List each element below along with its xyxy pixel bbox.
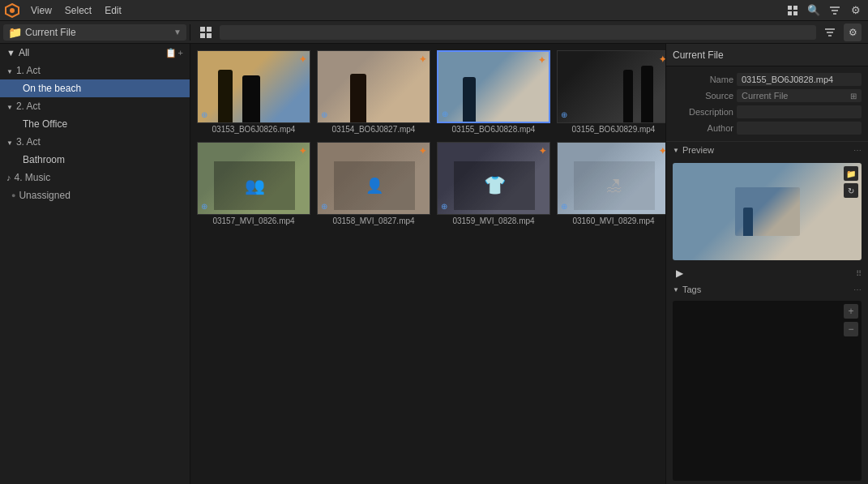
media-item-3[interactable]: ✦ ⊕ 03156_BO6J0829.mp4	[557, 50, 665, 135]
preview-grid-dots-icon: ⠿	[856, 269, 862, 278]
preview-section-header[interactable]: Preview ⋯	[666, 142, 868, 158]
blender-icon-7: ✦	[659, 146, 665, 156]
layout-grid-icon[interactable]	[197, 24, 215, 41]
blender-icon-1: ✦	[419, 54, 426, 65]
tags-add-button[interactable]: +	[844, 304, 858, 319]
media-label-2: 03155_BO6J0828.mp4	[437, 123, 550, 135]
grid-view-icon[interactable]	[784, 2, 802, 19]
prop-description-label: Description	[673, 107, 733, 117]
main-content: ▼ All 📋 + 1. Act On the beach 2. Act	[0, 44, 868, 484]
sidebar-group-1act-header[interactable]: 1. Act	[0, 62, 190, 79]
media-label-7: 03160_MVI_0829.mp4	[557, 215, 665, 227]
preview-inner-img	[735, 187, 800, 236]
settings-top-icon[interactable]: ⚙	[847, 2, 865, 19]
preview-folder-icon[interactable]: 📁	[844, 166, 858, 181]
svg-point-1	[10, 8, 15, 13]
media-item-4[interactable]: 👥 ✦ ⊕ 03157_MVI_0826.mp4	[197, 142, 310, 227]
sidebar-item-music[interactable]: ♪ 4. Music	[0, 169, 190, 186]
blender-icon-5: ✦	[419, 146, 426, 156]
media-item-2[interactable]: ✦ ⊕ 03155_BO6J0828.mp4	[437, 50, 550, 135]
tags-area: + −	[673, 301, 862, 481]
sync-icon-4: ⊕	[201, 202, 207, 211]
unassigned-label: Unassigned	[19, 190, 70, 201]
current-file-dropdown[interactable]: 📁 Current File ▼	[3, 24, 186, 41]
preview-refresh-icon[interactable]: ↻	[844, 183, 858, 198]
main-toolbar: ⚙	[190, 24, 868, 41]
preview-menu-icon[interactable]: ⋯	[853, 146, 862, 155]
media-thumb-0: ✦ ⊕	[197, 50, 310, 123]
blender-icon-6: ✦	[539, 146, 546, 156]
preview-arrow-icon	[673, 146, 679, 154]
prop-name-label: Name	[673, 75, 733, 84]
prop-source-value[interactable]: Current File ⊞	[737, 89, 862, 102]
prop-source-row: Source Current File ⊞	[666, 88, 868, 104]
sidebar-icon1: 📋	[165, 48, 177, 58]
right-panel-header-label: Current File	[673, 49, 724, 61]
media-item-5[interactable]: 👤 ✦ ⊕ 03158_MVI_0827.mp4	[317, 142, 430, 227]
prop-author-input[interactable]	[737, 122, 862, 135]
media-grid-area: ✦ ⊕ 03153_BO6J0826.mp4 ✦ ⊕ 03154_BO6J082…	[190, 44, 665, 484]
top-menubar: View Select Edit 🔍 ⚙	[0, 0, 868, 21]
sync-icon-5: ⊕	[321, 202, 327, 211]
media-label-6: 03159_MVI_0828.mp4	[437, 215, 550, 227]
settings-icon[interactable]: ⚙	[844, 24, 862, 41]
sync-icon-7: ⊕	[561, 202, 567, 211]
filter-icon[interactable]	[821, 24, 839, 41]
media-label-1: 03154_BO6J0827.mp4	[317, 123, 430, 135]
sidebar: ▼ All 📋 + 1. Act On the beach 2. Act	[0, 44, 190, 484]
sidebar-group-3act-header[interactable]: 3. Act	[0, 133, 190, 151]
media-thumb-4: 👥 ✦ ⊕	[197, 142, 310, 215]
svg-rect-4	[788, 11, 792, 15]
group2-arrow-icon	[6, 101, 13, 112]
group1-label: 1. Act	[16, 65, 41, 76]
menu-edit[interactable]: Edit	[98, 3, 128, 18]
current-file-label: Current File	[25, 27, 170, 38]
sidebar-all-label: All	[19, 47, 162, 58]
media-thumb-1: ✦ ⊕	[317, 50, 430, 123]
media-item-0[interactable]: ✦ ⊕ 03153_BO6J0826.mp4	[197, 50, 310, 135]
prop-source-text: Current File	[742, 91, 847, 101]
sidebar-item-all[interactable]: ▼ All 📋 +	[0, 44, 190, 62]
tags-menu-icon[interactable]: ⋯	[853, 285, 862, 294]
preview-play-button[interactable]: ▶	[673, 267, 686, 280]
tags-section-header[interactable]: Tags ⋯	[666, 281, 868, 298]
sidebar-item-the-office[interactable]: The Office	[0, 115, 190, 133]
search-top-icon[interactable]: 🔍	[805, 2, 823, 19]
filter-top-icon[interactable]	[826, 2, 844, 19]
app-logo	[3, 2, 21, 19]
sidebar-group-2act: 2. Act The Office	[0, 97, 190, 133]
group3-arrow-icon	[6, 136, 13, 148]
tags-minus-button[interactable]: −	[844, 322, 858, 336]
group2-label: 2. Act	[16, 101, 41, 112]
prop-source-label: Source	[673, 91, 733, 101]
search-input[interactable]	[220, 25, 816, 40]
media-item-7[interactable]: 🏖 ✦ ⊕ 03160_MVI_0829.mp4	[557, 142, 665, 227]
media-thumb-6: 👕 ✦ ⊕	[437, 142, 550, 215]
media-thumb-2: ✦ ⊕	[437, 50, 550, 123]
media-item-1[interactable]: ✦ ⊕ 03154_BO6J0827.mp4	[317, 50, 430, 135]
svg-rect-9	[200, 27, 205, 32]
preview-thumbnail	[673, 163, 862, 260]
sidebar-add-icon[interactable]: +	[178, 48, 183, 58]
sync-icon-1: ⊕	[321, 110, 327, 119]
current-file-folder-icon: 📁	[8, 26, 22, 39]
media-label-3: 03156_BO6J0829.mp4	[557, 123, 665, 135]
sidebar-item-on-the-beach[interactable]: On the beach	[0, 79, 190, 97]
menu-view[interactable]: View	[24, 3, 58, 18]
media-label-4: 03157_MVI_0826.mp4	[197, 215, 310, 227]
media-item-6[interactable]: 👕 ✦ ⊕ 03159_MVI_0828.mp4	[437, 142, 550, 227]
right-panel: Current File Name Source Current File ⊞ …	[665, 44, 868, 484]
sync-icon-3: ⊕	[561, 110, 567, 119]
media-thumb-5: 👤 ✦ ⊕	[317, 142, 430, 215]
sidebar-group-2act-header[interactable]: 2. Act	[0, 97, 190, 115]
tags-label: Tags	[682, 285, 850, 294]
prop-name-input[interactable]	[737, 73, 862, 86]
svg-rect-11	[200, 33, 205, 38]
sync-icon-0: ⊕	[201, 110, 207, 119]
sidebar-item-bathroom[interactable]: Bathroom	[0, 151, 190, 169]
prop-description-input[interactable]	[737, 105, 862, 118]
sidebar-item-unassigned[interactable]: ● Unassigned	[0, 186, 190, 204]
current-file-arrow-icon: ▼	[173, 28, 182, 36]
topbar-right-icons: 🔍 ⚙	[784, 2, 865, 19]
menu-select[interactable]: Select	[58, 3, 98, 18]
